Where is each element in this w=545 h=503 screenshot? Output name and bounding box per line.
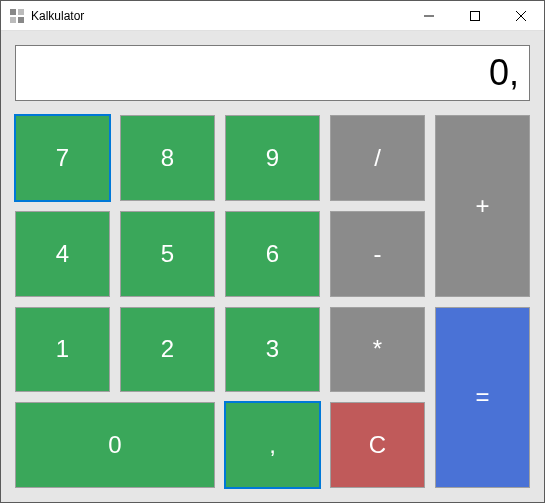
close-button[interactable] bbox=[498, 1, 544, 31]
keypad: 7 8 9 / + 4 5 6 - 1 2 3 * = 0 , C bbox=[15, 115, 530, 488]
svg-rect-1 bbox=[18, 9, 24, 15]
svg-rect-5 bbox=[471, 11, 480, 20]
digit-2-button[interactable]: 2 bbox=[120, 307, 215, 393]
minimize-button[interactable] bbox=[406, 1, 452, 31]
digit-6-button[interactable]: 6 bbox=[225, 211, 320, 297]
clear-button[interactable]: C bbox=[330, 402, 425, 488]
digit-4-button[interactable]: 4 bbox=[15, 211, 110, 297]
plus-button[interactable]: + bbox=[435, 115, 530, 297]
digit-7-button[interactable]: 7 bbox=[15, 115, 110, 201]
equals-button[interactable]: = bbox=[435, 307, 530, 489]
app-window: Kalkulator 0, 7 8 9 / + 4 5 6 - 1 2 3 * bbox=[0, 0, 545, 503]
svg-rect-3 bbox=[18, 17, 24, 23]
divide-button[interactable]: / bbox=[330, 115, 425, 201]
digit-5-button[interactable]: 5 bbox=[120, 211, 215, 297]
maximize-button[interactable] bbox=[452, 1, 498, 31]
multiply-button[interactable]: * bbox=[330, 307, 425, 393]
minus-button[interactable]: - bbox=[330, 211, 425, 297]
decimal-button[interactable]: , bbox=[225, 402, 320, 488]
app-icon bbox=[9, 8, 25, 24]
digit-0-button[interactable]: 0 bbox=[15, 402, 215, 488]
digit-1-button[interactable]: 1 bbox=[15, 307, 110, 393]
client-area: 0, 7 8 9 / + 4 5 6 - 1 2 3 * = 0 , C bbox=[1, 31, 544, 502]
window-title: Kalkulator bbox=[31, 9, 84, 23]
digit-9-button[interactable]: 9 bbox=[225, 115, 320, 201]
display: 0, bbox=[15, 45, 530, 101]
digit-8-button[interactable]: 8 bbox=[120, 115, 215, 201]
svg-rect-0 bbox=[10, 9, 16, 15]
svg-rect-2 bbox=[10, 17, 16, 23]
digit-3-button[interactable]: 3 bbox=[225, 307, 320, 393]
titlebar: Kalkulator bbox=[1, 1, 544, 31]
